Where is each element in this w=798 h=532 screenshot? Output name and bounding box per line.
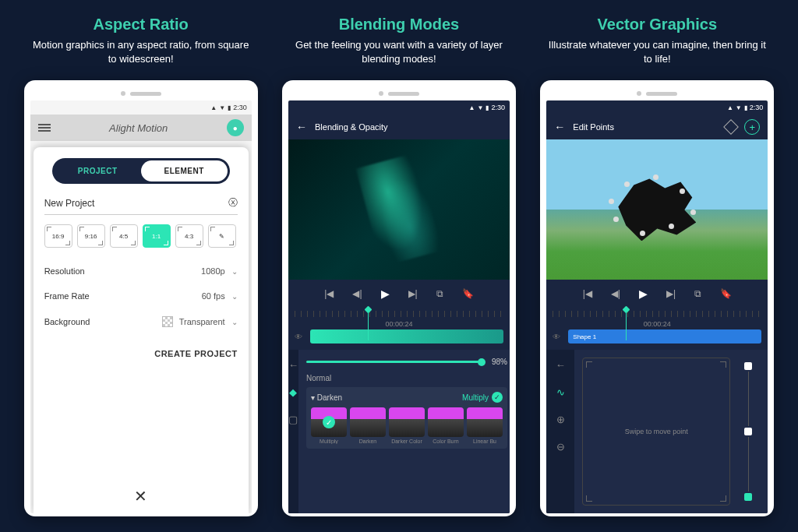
resolution-row[interactable]: Resolution 1080p⌄ [44,259,238,284]
tool-sidebar: ← ◆ ▢ [288,350,298,513]
header-title: Edit Points [573,122,614,132]
panel-title: Vector Graphics [598,16,717,33]
add-icon[interactable]: + [744,119,760,135]
new-project-sheet: PROJECT ELEMENT New Project ⓧ 16:9 9:16 … [34,147,249,513]
panel-vector-graphics: Vector Graphics Illustrate whatever you … [532,16,782,532]
status-time: 2:30 [233,104,247,111]
layers-icon[interactable]: ⧉ [436,288,443,299]
play-icon[interactable]: ▶ [639,287,648,300]
back-tool-icon[interactable]: ← [556,359,566,371]
diamond-tool-icon[interactable]: ◆ [289,386,297,398]
timeline[interactable]: 00:00:24 👁 [288,308,510,348]
point-editor: ← ∿ ⊕ ⊖ Swipe to move point [546,350,768,513]
timeline-clip[interactable] [310,329,503,344]
back-tool-icon[interactable]: ← [288,359,298,371]
background-label: Background [44,317,90,326]
next-frame-icon[interactable]: ▶| [666,288,676,299]
phone-screen: ▲ ▼ ▮ 2:30 ← Edit Points + [546,100,768,513]
phone-mockup: ▲ ▼ ▮ 2:30 ← Blending & Opacity |◀ ◀| ▶ … [282,80,516,516]
header-title: Blending & Opacity [315,122,388,132]
tab-switcher: PROJECT ELEMENT [52,158,230,184]
remove-point-icon[interactable]: ⊖ [556,441,565,453]
active-blend-mode: Multiply✓ [462,392,503,403]
aspect-9-16[interactable]: 9:16 [77,224,105,248]
avatar-icon[interactable]: ● [227,119,244,136]
video-preview[interactable] [288,139,510,280]
layers-icon[interactable]: ⧉ [694,288,701,299]
wifi-icon: ▼ [478,104,484,111]
transparent-swatch [162,316,173,327]
skip-start-icon[interactable]: |◀ [583,288,592,299]
swipe-pad[interactable]: Swipe to move point [582,358,730,506]
screen-header: ← Blending & Opacity [288,115,510,139]
normal-mode-label[interactable]: Normal [306,374,507,382]
timestamp: 00:00:24 [295,320,503,328]
prev-frame-icon[interactable]: ◀| [611,288,620,299]
bookmark-icon[interactable]: 🔖 [720,288,732,299]
prev-frame-icon[interactable]: ◀| [352,288,362,299]
play-icon[interactable]: ▶ [381,287,390,300]
app-logo: Alight Motion [58,122,219,134]
app-header: Alight Motion ● [30,115,252,141]
transport-controls: |◀ ◀| ▶ ▶| ⧉ 🔖 [546,280,768,308]
opacity-slider[interactable]: 98% [306,358,507,366]
chevron-down-icon: ⌄ [231,318,238,326]
timeline[interactable]: 00:00:24 👁 Shape 1 [546,308,768,348]
blend-mode-color-burn[interactable]: Color Burn [428,407,464,444]
handle-node-active[interactable] [744,493,752,501]
tab-project[interactable]: PROJECT [55,160,141,181]
background-row[interactable]: Background Transparent⌄ [44,308,238,335]
skip-start-icon[interactable]: |◀ [324,288,334,299]
opacity-value: 98% [492,358,507,366]
panel-subtitle: Motion graphics in any aspect ratio, fro… [28,38,254,66]
next-frame-icon[interactable]: ▶| [408,288,418,299]
signal-icon: ▲ [210,104,217,111]
timestamp: 00:00:24 [553,320,761,328]
close-icon[interactable]: ✕ [134,487,147,506]
transport-controls: |◀ ◀| ▶ ▶| ⧉ 🔖 [288,280,510,308]
handle-node[interactable] [744,362,752,370]
hamburger-icon[interactable] [38,124,51,132]
crop-tool-icon[interactable]: ▢ [288,414,298,425]
add-point-icon[interactable]: ⊕ [556,414,565,425]
phone-mockup: ▲ ▼ ▮ 2:30 Alight Motion ● PROJECT ELEME… [24,80,258,516]
vector-canvas[interactable] [546,139,768,280]
curve-tool-icon[interactable]: ∿ [556,386,565,398]
project-name-input[interactable]: New Project ⓧ [44,196,238,215]
create-project-button[interactable]: CREATE PROJECT [44,349,238,358]
blend-mode-multiply[interactable]: Multiply [311,407,347,444]
resolution-label: Resolution [44,266,85,276]
timeline-clip-shape[interactable]: Shape 1 [568,329,761,344]
blend-mode-darker-color[interactable]: Darker Color [389,407,425,444]
back-icon[interactable]: ← [554,121,565,133]
framerate-row[interactable]: Frame Rate 60 fps⌄ [44,284,238,308]
aspect-4-5[interactable]: 4:5 [110,224,138,248]
panel-aspect-ratio: Aspect Ratio Motion graphics in any aspe… [16,16,266,532]
signal-icon: ▲ [727,104,733,111]
aspect-ratio-picker: 16:9 9:16 4:5 1:1 4:3 ✎ [44,224,238,248]
aspect-4-3[interactable]: 4:3 [175,224,203,248]
visibility-icon[interactable]: 👁 [553,333,563,341]
blend-mode-linear-burn[interactable]: Linear Bu [467,407,503,444]
signal-icon: ▲ [469,104,475,111]
bookmark-icon[interactable]: 🔖 [462,288,474,299]
aspect-custom[interactable]: ✎ [208,224,236,248]
back-icon[interactable]: ← [296,121,307,133]
aspect-16-9[interactable]: 16:9 [44,224,72,248]
visibility-icon[interactable]: 👁 [295,333,305,341]
anchor-node[interactable] [744,428,752,435]
clear-icon[interactable]: ⓧ [228,196,238,210]
blend-editor: ← ◆ ▢ 98% Normal ▾ Darken Multiply✓ [288,350,510,513]
blend-mode-darken[interactable]: Darken [350,407,386,444]
battery-icon: ▮ [228,104,231,111]
tab-element[interactable]: ELEMENT [141,160,228,181]
screen-header: ← Edit Points + [546,115,768,139]
diamond-icon[interactable] [723,119,739,135]
status-bar: ▲ ▼ ▮ 2:30 [546,100,768,115]
chevron-down-icon: ⌄ [231,292,238,301]
point-handle-editor[interactable] [736,358,760,506]
panel-title: Blending Modes [339,16,459,33]
aspect-1-1[interactable]: 1:1 [143,224,171,248]
panel-blending-modes: Blending Modes Get the feeling you want … [274,16,524,532]
status-bar: ▲ ▼ ▮ 2:30 [30,100,252,115]
